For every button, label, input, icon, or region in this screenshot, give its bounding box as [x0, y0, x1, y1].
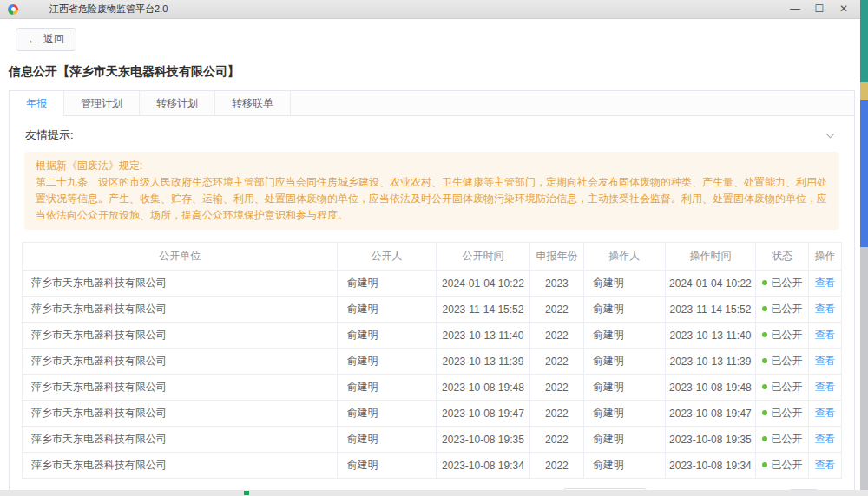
publisher-cell: 俞建明: [338, 297, 436, 323]
publisher-cell: 俞建明: [338, 453, 436, 479]
table-header-row: 公开单位公开人公开时间申报年份操作人操作时间状态操作: [23, 243, 842, 271]
operate-time-cell: 2023-10-13 11:40: [666, 323, 756, 349]
status-label: 已公开: [772, 407, 803, 419]
action-cell: 查看: [809, 323, 842, 349]
status-cell: 已公开: [755, 271, 808, 297]
table-row: 萍乡市天东电器科技有限公司俞建明2023-10-08 19:352022俞建明2…: [23, 427, 842, 453]
status-dot-icon: [762, 436, 767, 441]
publish-time-cell: 2023-10-08 19:47: [436, 401, 530, 427]
company-cell: 萍乡市天东电器科技有限公司: [23, 271, 338, 297]
table-body: 萍乡市天东电器科技有限公司俞建明2024-01-04 10:222023俞建明2…: [23, 271, 842, 479]
operate-time-cell: 2023-10-08 19:47: [666, 401, 756, 427]
column-header: 公开时间: [436, 243, 530, 271]
company-cell: 萍乡市天东电器科技有限公司: [23, 401, 338, 427]
action-cell: 查看: [809, 401, 842, 427]
publish-time-cell: 2023-10-08 19:34: [436, 453, 530, 479]
column-header: 操作时间: [666, 243, 756, 271]
tab-annual-report[interactable]: 年报: [10, 91, 64, 115]
view-link[interactable]: 查看: [815, 407, 836, 419]
view-link[interactable]: 查看: [815, 459, 836, 471]
operate-time-cell: 2024-01-04 10:22: [666, 271, 756, 297]
publisher-cell: 俞建明: [338, 375, 436, 401]
back-button[interactable]: ← 返回: [16, 28, 76, 51]
right-strip-gray-segment: [860, 247, 868, 490]
tab-management-plan[interactable]: 管理计划: [64, 91, 140, 115]
status-label: 已公开: [772, 277, 803, 289]
operator-cell: 俞建明: [583, 297, 665, 323]
publish-time-cell: 2023-10-13 11:40: [436, 323, 530, 349]
column-header: 操作: [809, 243, 842, 271]
company-cell: 萍乡市天东电器科技有限公司: [23, 375, 338, 401]
report-year-cell: 2023: [530, 271, 583, 297]
back-arrow-icon: ←: [28, 34, 38, 46]
right-edge-strip: [860, 0, 868, 490]
right-strip-teal-segment: [860, 0, 868, 82]
status-dot-icon: [762, 384, 767, 389]
operator-cell: 俞建明: [583, 453, 665, 479]
scrollbar-thumb[interactable]: [860, 100, 868, 247]
view-link[interactable]: 查看: [815, 355, 836, 367]
status-label: 已公开: [772, 355, 803, 367]
action-cell: 查看: [809, 349, 842, 375]
notice-collapse-header[interactable]: 友情提示:: [10, 116, 854, 152]
publisher-cell: 俞建明: [338, 323, 436, 349]
notice-intro: 根据新《固废法》规定:: [36, 158, 828, 174]
right-strip-amber-segment: [860, 82, 868, 100]
operator-cell: 俞建明: [583, 349, 665, 375]
minimize-icon[interactable]: —: [783, 0, 807, 18]
report-year-cell: 2022: [530, 375, 583, 401]
company-cell: 萍乡市天东电器科技有限公司: [23, 427, 338, 453]
status-dot-icon: [762, 358, 767, 363]
status-label: 已公开: [772, 381, 803, 393]
action-cell: 查看: [809, 271, 842, 297]
maximize-icon[interactable]: ☐: [807, 0, 832, 18]
column-header: 状态: [755, 243, 808, 271]
status-cell: 已公开: [755, 401, 808, 427]
tab-transfer-plan[interactable]: 转移计划: [140, 91, 215, 115]
view-link[interactable]: 查看: [815, 277, 836, 289]
publish-time-cell: 2023-10-08 19:48: [436, 375, 530, 401]
bottom-edge-strip: [0, 490, 868, 496]
window-controls: — ☐ ✕: [783, 0, 856, 18]
status-cell: 已公开: [755, 427, 808, 453]
operator-cell: 俞建明: [583, 427, 665, 453]
view-link[interactable]: 查看: [815, 303, 836, 315]
action-cell: 查看: [809, 375, 842, 401]
report-year-cell: 2022: [530, 323, 583, 349]
publisher-cell: 俞建明: [338, 427, 436, 453]
report-year-cell: 2022: [530, 453, 583, 479]
publisher-cell: 俞建明: [338, 401, 436, 427]
status-label: 已公开: [772, 459, 803, 471]
table-row: 萍乡市天东电器科技有限公司俞建明2023-10-08 19:342022俞建明2…: [23, 453, 842, 479]
company-cell: 萍乡市天东电器科技有限公司: [23, 349, 338, 375]
status-dot-icon: [762, 306, 767, 311]
table-row: 萍乡市天东电器科技有限公司俞建明2023-10-13 11:392022俞建明2…: [23, 349, 842, 375]
tab-bar: 年报 管理计划 转移计划 转移联单: [10, 91, 854, 116]
table-row: 萍乡市天东电器科技有限公司俞建明2023-10-08 19:472022俞建明2…: [23, 401, 842, 427]
status-cell: 已公开: [755, 453, 808, 479]
view-link[interactable]: 查看: [815, 433, 836, 445]
table-row: 萍乡市天东电器科技有限公司俞建明2023-10-13 11:402022俞建明2…: [23, 323, 842, 349]
chevron-down-icon: [826, 129, 835, 138]
report-year-cell: 2022: [530, 349, 583, 375]
view-link[interactable]: 查看: [815, 329, 836, 341]
close-icon[interactable]: ✕: [832, 0, 856, 18]
report-year-cell: 2022: [530, 427, 583, 453]
notice-alert: 根据新《固废法》规定: 第二十九条 设区的市级人民政府生态环境主管部门应当会同住…: [24, 152, 839, 230]
company-cell: 萍乡市天东电器科技有限公司: [23, 297, 338, 323]
publisher-cell: 俞建明: [338, 349, 436, 375]
operate-time-cell: 2023-10-08 19:34: [666, 453, 756, 479]
tab-transfer-manifest[interactable]: 转移联单: [215, 91, 291, 115]
company-cell: 萍乡市天东电器科技有限公司: [23, 453, 338, 479]
operator-cell: 俞建明: [583, 323, 665, 349]
view-link[interactable]: 查看: [815, 381, 836, 393]
action-cell: 查看: [809, 427, 842, 453]
operator-cell: 俞建明: [583, 375, 665, 401]
status-dot-icon: [762, 332, 767, 337]
operate-time-cell: 2023-10-08 19:48: [666, 375, 756, 401]
notice-body: 第二十九条 设区的市级人民政府生态环境主管部门应当会同住房城乡建设、农业农村、卫…: [36, 174, 828, 224]
status-cell: 已公开: [755, 349, 808, 375]
status-dot-icon: [762, 280, 767, 285]
table-row: 萍乡市天东电器科技有限公司俞建明2023-11-14 15:522022俞建明2…: [23, 297, 842, 323]
operate-time-cell: 2023-10-08 19:35: [666, 427, 756, 453]
